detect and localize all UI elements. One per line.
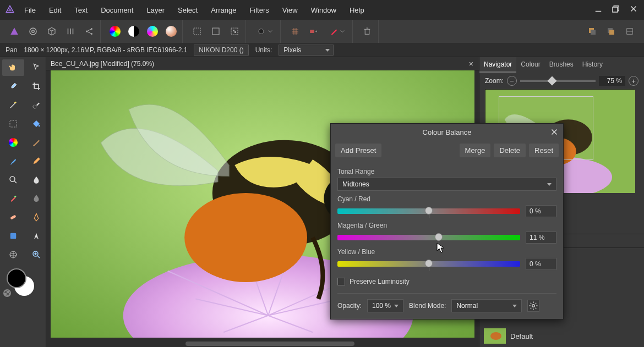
move-tool[interactable]	[25, 59, 47, 76]
crop-tool[interactable]	[25, 78, 47, 95]
menu-select[interactable]: Select	[171, 2, 204, 19]
window-minimize-button[interactable]	[590, 2, 607, 15]
panel-tab-history[interactable]: History	[578, 57, 607, 73]
tonal-range-select[interactable]: Midtones	[337, 178, 556, 191]
svg-rect-31	[10, 214, 16, 219]
target-icon[interactable]	[25, 24, 41, 39]
colour-balance-dialog: Colour Balance Add Preset Merge Delete R…	[330, 123, 564, 320]
svg-point-9	[32, 30, 35, 33]
yellow-blue-value[interactable]: 0 %	[526, 258, 556, 270]
swatch-none-icon[interactable]	[3, 289, 11, 297]
horizontal-scrollbar[interactable]	[51, 340, 472, 347]
svg-point-10	[86, 31, 88, 32]
vector-pen-tool[interactable]	[25, 209, 47, 225]
svg-rect-17	[234, 31, 236, 33]
arrange-back-icon[interactable]	[585, 24, 600, 39]
dialog-title: Colour Balance	[423, 128, 472, 136]
merge-button[interactable]: Merge	[460, 144, 491, 157]
eyedropper-tool[interactable]	[2, 78, 24, 95]
menu-text[interactable]: Text	[68, 2, 94, 19]
smudge-tool[interactable]	[25, 190, 47, 207]
camera-info[interactable]: NIKON D200 ()	[194, 45, 248, 56]
menu-arrange[interactable]: Arrange	[204, 2, 243, 19]
magic-wand-tool[interactable]	[2, 97, 24, 113]
pencil-tool[interactable]	[25, 153, 47, 169]
logo-button[interactable]	[7, 24, 22, 39]
menu-window[interactable]: Window	[304, 2, 343, 19]
marquee-solid-icon[interactable]	[208, 24, 223, 39]
zoom-tool-panel[interactable]	[2, 172, 24, 188]
menu-bar: FileEditTextDocumentLayerSelectArrangeFi…	[0, 0, 644, 20]
flatten-icon[interactable]	[622, 24, 637, 39]
cyan-red-value[interactable]: 0 %	[526, 205, 556, 217]
fill-tool[interactable]	[25, 115, 47, 132]
magenta-green-slider[interactable]	[337, 235, 520, 240]
panel-tab-brushes[interactable]: Brushes	[545, 57, 578, 73]
grid-icon[interactable]	[287, 24, 303, 39]
add-preset-button[interactable]: Add Preset	[335, 144, 381, 157]
menu-file[interactable]: File	[18, 2, 42, 19]
window-close-button[interactable]	[625, 2, 642, 15]
dialog-titlebar[interactable]: Colour Balance	[331, 124, 563, 140]
zoom-label: Zoom:	[485, 77, 504, 85]
cube-icon[interactable]	[44, 24, 59, 39]
cyan-red-slider[interactable]	[337, 208, 520, 214]
heal-tool[interactable]	[2, 209, 24, 225]
zoom-out-button[interactable]: −	[507, 76, 517, 86]
marquee-checker-icon[interactable]	[227, 24, 242, 39]
layer-entry[interactable]: Default	[479, 325, 644, 347]
opacity-select[interactable]: 100 %	[367, 299, 403, 312]
menu-help[interactable]: Help	[343, 2, 371, 19]
align-icon[interactable]	[63, 24, 78, 39]
zoom-in-button[interactable]: +	[629, 76, 638, 86]
color-swatch[interactable]	[2, 268, 47, 299]
settings-gear-button[interactable]	[527, 300, 539, 312]
selection-brush-tool[interactable]	[25, 97, 47, 113]
blur-tool[interactable]	[25, 172, 47, 188]
dialog-close-button[interactable]	[549, 126, 560, 137]
marquee-dashed-icon[interactable]	[189, 24, 205, 39]
swatch-primary[interactable]	[7, 268, 26, 288]
menu-view[interactable]: View	[276, 2, 304, 19]
share-icon[interactable]	[81, 24, 97, 39]
pan-tool[interactable]	[2, 59, 24, 76]
gradient-tool[interactable]	[2, 134, 24, 151]
pen-tool[interactable]	[25, 134, 47, 151]
autolevels-icon[interactable]	[107, 24, 123, 39]
quickmask-dropdown[interactable]	[253, 24, 277, 39]
svg-point-30	[14, 196, 16, 197]
mesh-tool[interactable]	[2, 246, 24, 263]
mixer-brush-tool[interactable]	[2, 190, 24, 207]
zoom-slider[interactable]	[520, 80, 596, 82]
trash-icon[interactable]	[359, 24, 375, 39]
marquee-tool[interactable]	[2, 115, 24, 132]
document-tab[interactable]: Bee_CU_AA.jpg [Modified] (75.0%) ×	[46, 57, 479, 70]
zoom-plus-tool[interactable]	[25, 246, 47, 263]
delete-button[interactable]: Delete	[494, 144, 526, 157]
panel-tab-navigator[interactable]: Navigator	[479, 57, 516, 73]
autocolor-icon[interactable]	[145, 24, 160, 39]
opacity-label: Opacity:	[337, 302, 362, 310]
menu-edit[interactable]: Edit	[42, 2, 68, 19]
units-select[interactable]: Pixels	[279, 45, 334, 56]
blend-mode-select[interactable]: Normal	[451, 299, 522, 312]
text-tool[interactable]	[25, 228, 47, 244]
document-tab-close-icon[interactable]: ×	[469, 59, 473, 68]
autocontrast-icon[interactable]	[126, 24, 141, 39]
menu-document[interactable]: Document	[94, 2, 140, 19]
shape-tool[interactable]	[2, 228, 24, 244]
autowb-icon[interactable]	[163, 24, 179, 39]
menu-layer[interactable]: Layer	[140, 2, 171, 19]
menu-filters[interactable]: Filters	[243, 2, 275, 19]
arrange-front-icon[interactable]	[603, 24, 619, 39]
window-restore-button[interactable]	[608, 2, 624, 15]
reset-button[interactable]: Reset	[529, 144, 559, 157]
move-right-icon[interactable]	[306, 24, 321, 39]
brush-tool[interactable]	[2, 153, 24, 169]
magenta-green-value[interactable]: 11 %	[526, 232, 556, 244]
panel-tab-colour[interactable]: Colour	[516, 57, 544, 73]
zoom-value[interactable]: 75 %	[599, 76, 625, 86]
highlighter-dropdown[interactable]	[325, 24, 349, 39]
preserve-luminosity-checkbox[interactable]	[337, 278, 345, 285]
yellow-blue-slider[interactable]	[337, 261, 520, 267]
